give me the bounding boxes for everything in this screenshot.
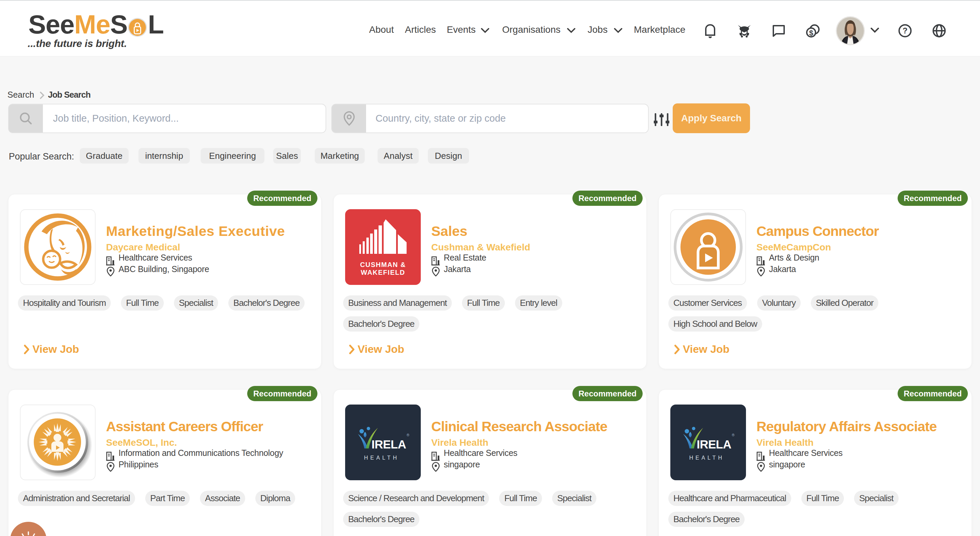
svg-text:?: ? <box>903 26 908 35</box>
svg-text:®: ® <box>407 433 409 437</box>
svg-text:$: $ <box>809 29 813 37</box>
svg-text:®: ® <box>732 433 735 437</box>
svg-text:IRELA: IRELA <box>371 438 406 451</box>
svg-text:HEALTH: HEALTH <box>364 455 399 461</box>
svg-text:CUSHMAN &: CUSHMAN & <box>360 261 406 268</box>
svg-text:IRELA: IRELA <box>697 438 732 451</box>
svg-text:WAKEFIELD: WAKEFIELD <box>361 269 405 276</box>
svg-text:HEALTH: HEALTH <box>689 455 724 461</box>
